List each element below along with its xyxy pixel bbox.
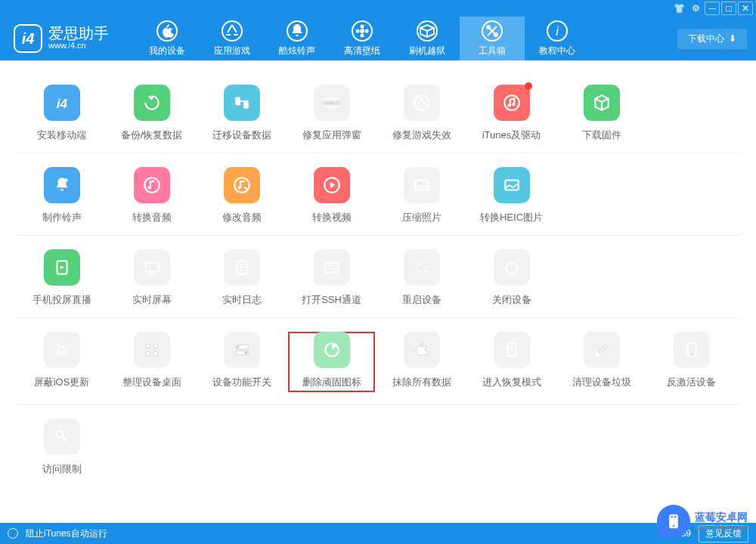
tool-section: 访问限制: [17, 405, 739, 487]
bell-icon: [287, 20, 308, 42]
clean-icon: [584, 332, 620, 368]
nav-apps[interactable]: 应用游戏: [200, 17, 265, 60]
tool-item[interactable]: 重启设备: [376, 249, 466, 307]
migrate-icon: [224, 85, 260, 121]
tool-label: 修复游戏失效: [392, 128, 451, 142]
settings-icon[interactable]: ⚙: [688, 2, 703, 15]
block-itunes-label[interactable]: 阻止iTunes自动运行: [26, 527, 107, 540]
tool-label: 下载固件: [582, 128, 621, 142]
i4-icon: i4: [44, 85, 80, 121]
tool-section: 手机投屏直播实时屏幕实时日志打开SSH通道重启设备关闭设备: [17, 236, 739, 318]
flower-icon: [352, 20, 373, 42]
nav-label: 工具箱: [479, 45, 506, 57]
appstore-icon: [222, 20, 243, 42]
svg-point-31: [58, 347, 65, 354]
heic-icon: [494, 167, 530, 203]
tool-label: 修复应用弹窗: [302, 128, 361, 142]
nav-tutorials[interactable]: i 教程中心: [525, 17, 590, 60]
tool-item[interactable]: 备份/恢复数据: [107, 85, 197, 142]
nav-my-device[interactable]: 我的设备: [135, 17, 200, 60]
svg-point-44: [56, 431, 63, 437]
radio-icon[interactable]: [8, 528, 18, 539]
log-icon: [224, 249, 260, 286]
svg-point-2: [361, 33, 364, 37]
nav-toolbox[interactable]: 工具箱: [460, 17, 525, 60]
tool-item[interactable]: 进入恢复模式: [466, 332, 556, 394]
tool-label: 备份/恢复数据: [121, 128, 183, 142]
audio-icon: [134, 167, 170, 203]
tool-item[interactable]: 关闭设备: [466, 249, 556, 307]
tool-label: 设备功能开关: [212, 376, 271, 389]
nav-ringtones[interactable]: 酷炫铃声: [265, 17, 330, 60]
download-center-button[interactable]: 下载中心 ⬇: [677, 29, 747, 49]
key-icon: [44, 419, 80, 455]
nav-label: 刷机越狱: [409, 45, 445, 57]
tool-item[interactable]: 打开SSH通道: [287, 249, 376, 307]
tool-item[interactable]: Apple ID修复应用弹窗: [287, 85, 376, 142]
tool-item[interactable]: 迁移设备数据: [197, 85, 287, 142]
tool-item[interactable]: 下载固件: [556, 85, 646, 142]
app-subtitle: www.i4.cn: [48, 41, 109, 51]
skin-icon[interactable]: 👕: [671, 2, 686, 15]
svg-point-47: [671, 516, 672, 518]
tool-item[interactable]: 转换视频: [287, 167, 376, 224]
tool-item[interactable]: i4安装移动端: [17, 85, 107, 142]
header: i4 爱思助手 www.i4.cn 我的设备 应用游戏 酷炫铃声 高清壁纸 刷机…: [0, 17, 756, 60]
nav-label: 酷炫铃声: [279, 45, 315, 57]
titlebar: 👕 ⚙ ─ □ ✕: [0, 0, 756, 17]
svg-rect-34: [146, 351, 150, 355]
tool-item[interactable]: 修改音频: [197, 167, 287, 224]
logo-icon: i4: [14, 24, 42, 53]
pie-icon: [314, 332, 350, 368]
tool-item[interactable]: iTunes及驱动: [466, 85, 556, 142]
tool-item[interactable]: 实时屏幕: [107, 249, 197, 307]
tool-section: i4安装移动端备份/恢复数据迁移设备数据Apple ID修复应用弹窗修复游戏失效…: [17, 82, 739, 153]
tool-item[interactable]: 转换音频: [107, 167, 197, 224]
tool-item[interactable]: 修复游戏失效: [376, 85, 466, 142]
tool-item[interactable]: 转换HEIC图片: [466, 167, 556, 224]
nav-flash[interactable]: 刷机越狱: [395, 17, 460, 60]
svg-rect-29: [325, 263, 338, 273]
power-icon: [494, 249, 530, 286]
nav-label: 应用游戏: [214, 45, 250, 57]
svg-point-46: [673, 525, 674, 527]
tool-item[interactable]: 制作铃声: [17, 167, 107, 224]
svg-point-48: [674, 516, 676, 518]
svg-point-21: [237, 186, 240, 189]
tools-icon: [482, 20, 503, 42]
watermark-url: www.lmkjst.com: [695, 523, 748, 532]
minimize-button[interactable]: ─: [705, 2, 720, 15]
svg-point-3: [356, 29, 360, 32]
info-icon: i: [547, 20, 568, 42]
tool-item[interactable]: 实时日志: [197, 249, 287, 307]
tool-label: 抹除所有数据: [392, 376, 451, 389]
maximize-button[interactable]: □: [721, 2, 736, 15]
tool-label: 迁移设备数据: [212, 128, 271, 142]
audio-edit-icon: [224, 167, 260, 203]
tool-label: 清理设备垃圾: [572, 376, 631, 389]
tool-item[interactable]: 删除顽固图标: [287, 330, 376, 394]
nav-wallpapers[interactable]: 高清壁纸: [330, 17, 395, 60]
tool-label: 整理设备桌面: [122, 376, 181, 389]
tool-item[interactable]: 屏蔽iOS更新: [17, 332, 107, 394]
tool-label: 压缩照片: [402, 211, 442, 224]
app-title: 爱思助手: [48, 26, 109, 41]
tool-item[interactable]: 反激活设备: [646, 332, 736, 394]
recovery-icon: [494, 332, 530, 368]
tool-item[interactable]: 清理设备垃圾: [556, 332, 646, 394]
tool-item[interactable]: 访问限制: [17, 419, 107, 476]
tool-label: 实时日志: [222, 293, 262, 307]
tool-item[interactable]: 手机投屏直播: [17, 249, 107, 307]
appstore-icon: [404, 85, 440, 121]
tool-item[interactable]: 整理设备桌面: [107, 332, 197, 394]
close-button[interactable]: ✕: [738, 2, 753, 15]
tool-item[interactable]: 压缩照片: [376, 167, 466, 224]
tool-item[interactable]: 抹除所有数据: [376, 332, 466, 394]
screen-icon: [44, 249, 80, 286]
toggle-icon: [224, 332, 260, 368]
svg-text:Apple ID: Apple ID: [324, 100, 339, 105]
watermark-title: 蓝莓安卓网: [695, 511, 748, 524]
nav-label: 高清壁纸: [344, 45, 380, 57]
device-icon: [674, 332, 710, 368]
tool-item[interactable]: 设备功能开关: [197, 332, 287, 394]
